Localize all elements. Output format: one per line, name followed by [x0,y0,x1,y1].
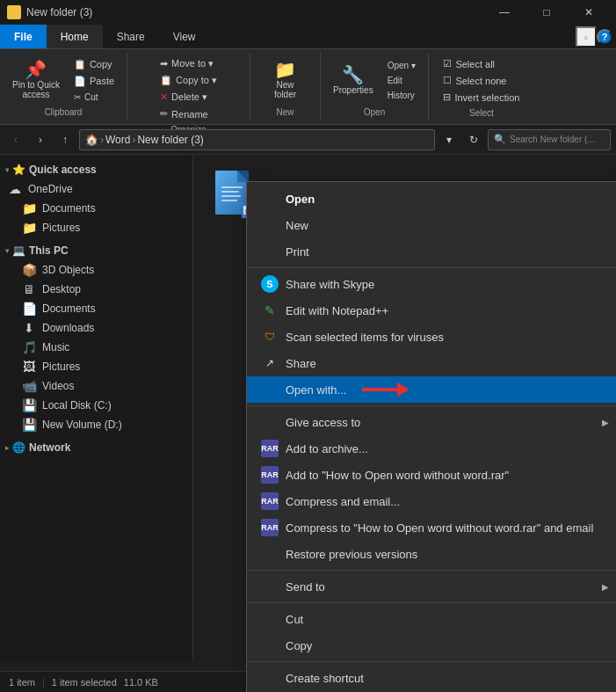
select-label: Select [469,108,494,118]
winrar-icon-2: RAR [261,466,279,484]
properties-button[interactable]: 🔧 Properties [328,62,379,98]
invert-selection-button[interactable]: ⊟ Invert selection [438,90,525,105]
open-button[interactable]: Open ▾ [382,59,421,72]
item-selected: 1 item selected [52,677,117,688]
network-header[interactable]: ▸ 🌐 Network [0,438,192,457]
cm-add-rar[interactable]: RAR Add to "How to Open word without wor… [247,462,616,488]
edit-button[interactable]: Edit [382,74,421,87]
move-to-button[interactable]: ➡ Move to ▾ [155,56,219,71]
copy-button[interactable]: 📋 Copy [69,57,120,72]
cut-button[interactable]: ✂ Cut [69,91,120,104]
cm-compress-email[interactable]: RAR Compress and email... [247,488,616,514]
cm-send-to[interactable]: Send to ▶ [247,573,616,600]
quick-access-section: ▾ ⭐ Quick access ☁ OneDrive 📁 Documents … [0,160,192,237]
sidebar-item-3d-objects[interactable]: 📦 3D Objects [0,260,192,280]
cm-add-archive[interactable]: RAR Add to archive... [247,435,616,462]
cm-create-shortcut[interactable]: Create shortcut [247,665,616,691]
minimize-button[interactable]: — [484,0,525,25]
tab-share[interactable]: Share [103,25,159,48]
sidebar-item-local-disk-c[interactable]: 💾 Local Disk (C:) [0,396,192,415]
forward-button[interactable]: › [30,129,51,150]
cm-sep-4 [247,602,616,603]
cm-new[interactable]: New [247,212,616,238]
path-home-icon: 🏠 [85,134,98,146]
send-to-arrow: ▶ [602,582,609,592]
ribbon-collapse-btn[interactable]: ▲ [576,26,597,47]
videos-label: Videos [42,380,74,392]
cm-print[interactable]: Print [247,238,616,265]
app-icon [7,5,21,19]
sidebar-item-downloads[interactable]: ⬇ Downloads [0,318,192,338]
address-path[interactable]: 🏠 › Word › New folder (3) [79,129,435,150]
sidebar-item-desktop[interactable]: 🖥 Desktop [0,280,192,299]
open-with-icon [261,381,279,398]
svg-rect-5 [221,191,239,193]
sidebar-item-pictures-qa[interactable]: 📁 Pictures [0,218,192,237]
new-folder-icon: 📁 [274,61,296,78]
sidebar-item-documents-qa[interactable]: 📁 Documents [0,199,192,218]
sidebar-item-new-volume-d[interactable]: 💾 New Volume (D:) [0,415,192,434]
this-pc-section: ▾ 💻 This PC 📦 3D Objects 🖥 Desktop 📄 Doc… [0,241,192,434]
cm-copy[interactable]: Copy [247,632,616,659]
copy-icon: 📋 [74,59,86,70]
context-menu: Open New Print S Share with Skype ✎ Edit… [246,181,616,692]
tab-home[interactable]: Home [47,25,103,48]
documents-label: Documents [42,202,96,215]
new-volume-d-icon: 💾 [21,418,37,432]
winrar-icon-3: RAR [261,492,279,510]
give-access-icon [261,413,279,431]
new-folder-button[interactable]: 📁 Newfolder [268,57,303,103]
sidebar-item-documents[interactable]: 📄 Documents [0,299,192,318]
cm-share[interactable]: ↗ Share [247,350,616,376]
cm-compress-rar-email[interactable]: RAR Compress to "How to Open word withou… [247,514,616,541]
share-icon: ↗ [261,354,279,372]
cm-share-skype[interactable]: S Share with Skype [247,271,616,297]
cut-icon: ✂ [74,92,81,102]
cm-cut[interactable]: Cut [247,606,616,632]
item-size: 11.0 KB [124,677,158,688]
tab-view[interactable]: View [159,25,210,48]
sidebar-item-onedrive[interactable]: ☁ OneDrive [0,179,192,199]
documents-pc-icon: 📄 [21,302,37,316]
this-pc-label: This PC [29,244,69,257]
cm-edit-notepad[interactable]: ✎ Edit with Notepad++ [247,297,616,324]
close-button[interactable]: ✕ [569,0,609,25]
maximize-button[interactable]: □ [526,0,567,25]
tab-file[interactable]: File [0,25,47,48]
this-pc-header[interactable]: ▾ 💻 This PC [0,241,192,260]
delete-button[interactable]: ✕ Delete ▾ [155,90,213,105]
send-to-icon [261,578,279,595]
select-all-button[interactable]: ☑ Select all [438,56,500,71]
path-dropdown-button[interactable]: ▾ [438,129,460,150]
music-label: Music [42,341,69,353]
cm-scan-virus[interactable]: 🛡 Scan selected items for viruses [247,324,616,350]
cm-restore-versions[interactable]: Restore previous versions [247,541,616,567]
back-button[interactable]: ‹ [5,129,26,150]
history-button[interactable]: History [382,89,421,102]
cm-give-access[interactable]: Give access to ▶ [247,409,616,435]
quick-access-header[interactable]: ▾ ⭐ Quick access [0,160,192,179]
up-button[interactable]: ↑ [54,129,76,150]
rename-button[interactable]: ✏ Rename [155,106,214,121]
svg-rect-7 [221,200,237,201]
item-count: 1 item [9,677,35,688]
restore-icon [261,545,279,563]
path-current: New folder (3) [137,134,203,146]
copy-to-button[interactable]: 📋 Copy to ▾ [155,73,222,88]
search-box[interactable]: 🔍 Search New folder (... [488,129,611,150]
help-btn[interactable]: ? [597,29,612,45]
network-icon: 🌐 [12,441,25,454]
cm-open[interactable]: Open [247,186,616,212]
open-group: 🔧 Properties Open ▾ Edit History Open [321,53,429,120]
path-word: Word [105,134,130,146]
paste-button[interactable]: 📄 Paste [69,74,120,89]
desktop-icon: 🖥 [21,282,37,296]
refresh-button[interactable]: ↻ [463,129,484,150]
select-none-button[interactable]: ☐ Select none [438,73,511,88]
sidebar-item-music[interactable]: 🎵 Music [0,338,192,357]
sidebar-item-pictures[interactable]: 🖼 Pictures [0,357,192,376]
sidebar-item-videos[interactable]: 📹 Videos [0,376,192,396]
cm-open-with[interactable]: Open with... [247,376,616,403]
pin-quick-access-button[interactable]: 📌 Pin to Quickaccess [7,57,65,103]
winrar-icon-1: RAR [261,440,279,457]
